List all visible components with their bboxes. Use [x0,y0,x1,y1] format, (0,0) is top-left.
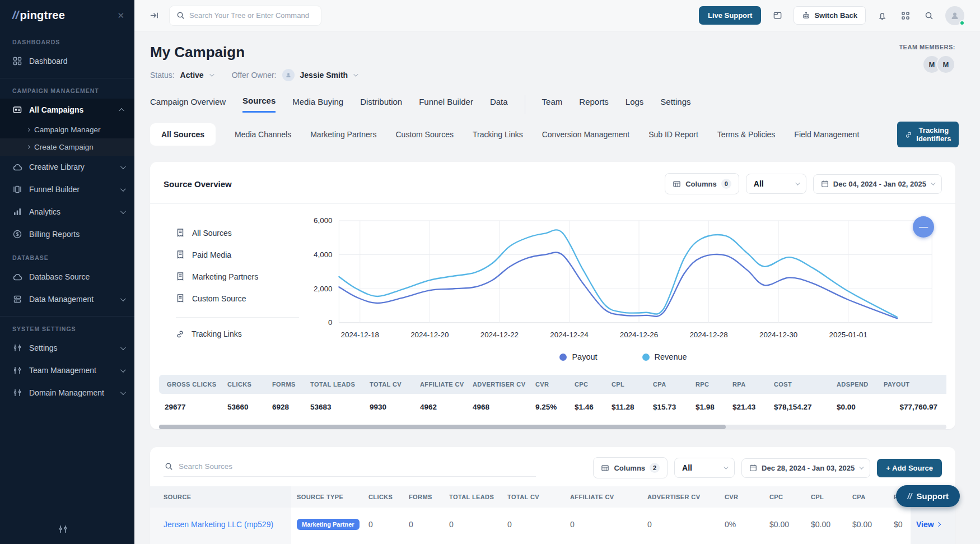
chevron-down-icon[interactable] [209,72,214,76]
tab-logs[interactable]: Logs [626,97,644,112]
sliders-icon[interactable] [58,524,68,536]
columns-button[interactable]: Columns 0 [665,173,739,194]
sidebar-item-dashboard[interactable]: Dashboard [0,50,134,72]
tab-data[interactable]: Data [490,97,508,112]
tab-settings[interactable]: Settings [660,97,690,112]
global-search[interactable] [169,6,321,26]
notifications-bell-icon[interactable] [875,8,889,23]
user-avatar[interactable] [945,6,964,25]
sources-column-header: CPL [805,486,847,508]
source-link[interactable]: Jensen Marketing LLC (mp529) [164,520,273,529]
svg-text:2024-12-20: 2024-12-20 [410,331,449,339]
switch-back-button[interactable]: Switch Back [794,6,866,25]
sidebar-item-creative-library[interactable]: Creative Library [0,156,134,178]
stats-value: $15.73 [647,394,690,419]
chart-menu-custom-source[interactable]: Custom Source [176,287,299,309]
sources-search[interactable] [164,459,536,477]
source-value-cell: 0 [564,541,642,544]
sidebar-item-funnel-builder[interactable]: Funnel Builder [0,178,134,201]
add-source-button[interactable]: + Add Source [877,459,942,477]
window-tab-icon[interactable] [770,8,785,23]
chart-menu-all-sources[interactable]: All Sources [176,222,299,244]
apps-grid-icon[interactable] [898,8,913,23]
team-member-avatars: M M [899,55,955,74]
subtab-terms-policies[interactable]: Terms & Policies [717,130,775,139]
stats-header: ADVERTISER CV [467,375,530,394]
tab-sources[interactable]: Sources [242,96,276,113]
sidebar-item-billing-reports[interactable]: Billing Reports [0,223,134,245]
sidebar-item-team-management[interactable]: Team Management [0,359,134,382]
pingtree-logo-icon: // [907,491,912,501]
view-link[interactable]: View [916,520,940,529]
subtab-tracking-links[interactable]: Tracking Links [473,130,523,139]
sidebar-item-campaign-manager[interactable]: Campaign Manager [0,121,134,138]
source-value-cell: 0 [444,508,502,541]
chevron-down-icon [120,208,126,214]
tracking-identifiers-button[interactable]: Tracking Identifiers [897,122,959,147]
tab-reports[interactable]: Reports [579,97,609,112]
sources-column-header: TOTAL LEADS [444,486,502,508]
sources-table: SOURCESOURCE TYPECLICKSFORMSTOTAL LEADST… [150,486,955,544]
subtab-sub-id-report[interactable]: Sub ID Report [648,130,698,139]
chevron-down-icon[interactable] [353,72,358,76]
tab-team[interactable]: Team [542,97,563,112]
columns-button[interactable]: Columns 2 [593,457,668,478]
chevron-down-icon [120,296,126,301]
subtab-conversion-management[interactable]: Conversion Management [542,130,629,139]
stats-header: TOTAL CV [364,375,414,394]
date-range-dropdown[interactable]: Dec 28, 2024 - Jan 03, 2025 [741,458,870,478]
subtab-custom-sources[interactable]: Custom Sources [395,130,453,139]
sliders-icon [12,388,22,398]
collapse-widget-button[interactable]: — [913,216,934,238]
chevron-down-icon [120,389,126,395]
legend-item-payout[interactable]: Payout [559,352,597,361]
chart-menu-paid-media[interactable]: Paid Media [176,244,299,266]
stats-header: CLICKS [222,375,267,394]
subtab-media-channels[interactable]: Media Channels [235,130,291,139]
tab-campaign-overview[interactable]: Campaign Overview [150,97,226,112]
search-icon [165,462,173,471]
stats-value: 6928 [267,394,305,419]
sidebar-close-icon[interactable]: ✕ [117,11,124,21]
sidebar-item-create-campaign[interactable]: Create Campaign [0,138,134,156]
sidebar-item-analytics[interactable]: Analytics [0,201,134,223]
status-value[interactable]: Active [180,71,204,80]
tab-distribution[interactable]: Distribution [360,97,402,112]
sidebar-item-domain-management[interactable]: Domain Management [0,382,134,404]
chart-menu-tracking-links[interactable]: Tracking Links [176,323,299,345]
search-icon[interactable] [922,8,936,23]
chart-menu-marketing-partners[interactable]: Marketing Partners [176,266,299,287]
sidebar-item-data-management[interactable]: Data Management [0,288,134,310]
svg-text:2024-12-24: 2024-12-24 [550,331,589,339]
source-cell: Genises Puiblishers (mp527) [150,541,291,544]
tab-funnel-builder[interactable]: Funnel Builder [419,97,473,112]
sidebar-collapse-icon[interactable] [147,8,161,23]
filter-dropdown[interactable]: All [746,174,806,194]
tab-media-buying[interactable]: Media Buying [292,97,343,112]
global-search-input[interactable] [189,11,314,20]
subtab-all-sources[interactable]: All Sources [150,123,216,146]
sources-search-input[interactable] [179,462,535,471]
dashboard-grid-icon [12,56,22,66]
actions-cell: View [911,541,955,544]
legend-item-revenue[interactable]: Revenue [642,352,687,361]
horizontal-scrollbar[interactable] [159,425,946,429]
chevron-down-icon [120,367,126,373]
sidebar-item-database-source[interactable]: Database Source [0,266,134,288]
sidebar-item-label: Team Management [29,366,114,375]
sidebar-item-settings[interactable]: Settings [0,337,134,359]
subtab-field-management[interactable]: Field Management [794,130,859,139]
summary-stats-table: GROSS CLICKSCLICKSFORMSTOTAL LEADSTOTAL … [159,375,946,419]
support-floating-button[interactable]: // Support [896,485,960,507]
filter-dropdown[interactable]: All [674,458,735,478]
date-range-dropdown[interactable]: Dec 04, 2024 - Jan 02, 2025 [813,174,942,194]
sidebar-item-all-campaigns[interactable]: All Campaigns [0,99,134,121]
scrollbar-thumb[interactable] [159,425,726,429]
live-support-button[interactable]: Live Support [699,6,761,25]
offer-owner-name[interactable]: Jessie Smith [300,71,348,80]
source-value-cell: $0.00 [847,541,888,544]
subtab-marketing-partners[interactable]: Marketing Partners [310,130,376,139]
team-member-avatar[interactable]: M [936,55,955,74]
all-campaigns-group: All Campaigns Campaign Manager Create Ca… [0,99,134,156]
stats-value: $21.43 [727,394,768,419]
